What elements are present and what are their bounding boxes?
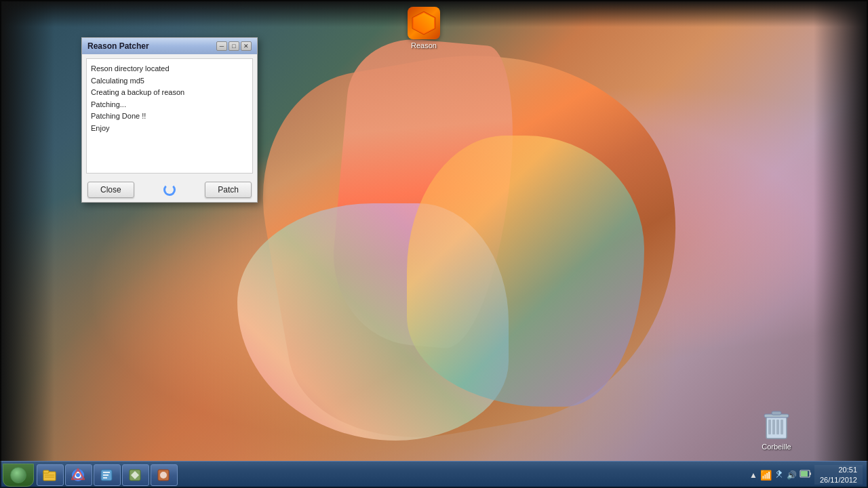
svg-rect-20 bbox=[103, 477, 107, 479]
loading-spinner bbox=[163, 184, 176, 196]
recycle-bin-label: Corbeille bbox=[762, 443, 791, 451]
log-line: Creating a backup of reason bbox=[91, 87, 248, 99]
system-clock[interactable]: 20:51 26/11/2012 bbox=[814, 465, 863, 485]
log-line: Reson directory located bbox=[91, 63, 248, 75]
start-button[interactable] bbox=[3, 464, 34, 487]
svg-rect-4 bbox=[768, 420, 771, 434]
svg-marker-1 bbox=[416, 15, 432, 31]
svg-point-24 bbox=[160, 472, 167, 479]
reason-icon-label: Reason bbox=[411, 41, 437, 49]
maximize-button[interactable]: □ bbox=[229, 41, 239, 51]
svg-marker-2 bbox=[419, 18, 429, 28]
close-window-button[interactable]: ✕ bbox=[241, 41, 252, 51]
svg-rect-19 bbox=[103, 474, 108, 476]
log-line: Patching... bbox=[91, 99, 248, 111]
minimize-button[interactable]: ─ bbox=[216, 41, 227, 51]
desktop-icon-recycle-bin[interactable]: Corbeille bbox=[753, 409, 800, 451]
dialog-footer: Close Patch bbox=[82, 178, 257, 202]
svg-rect-11 bbox=[43, 470, 49, 473]
tray-icon-network: 📶 bbox=[760, 470, 772, 481]
bin-svg bbox=[763, 410, 790, 440]
desktop-border-right bbox=[814, 0, 868, 488]
clock-date: 26/11/2012 bbox=[820, 475, 857, 485]
battery-icon bbox=[800, 469, 812, 479]
dialog-log-area: Reson directory locatedCalculating md5Cr… bbox=[86, 58, 253, 174]
chrome-icon bbox=[71, 468, 85, 482]
tray-icon-volume: 🔊 bbox=[787, 470, 797, 480]
reason-icon-image bbox=[408, 7, 440, 39]
tray-icon-battery bbox=[800, 469, 812, 481]
taskbar-app-chrome[interactable] bbox=[65, 464, 92, 486]
svg-rect-26 bbox=[810, 472, 811, 475]
taskbar-apps bbox=[37, 464, 749, 486]
tray-icon-bluetooth bbox=[774, 469, 784, 481]
tray-icon-notifications: ▲ bbox=[749, 470, 757, 480]
app3-icon bbox=[100, 468, 113, 482]
reason-patcher-dialog: Reason Patcher ─ □ ✕ Reson directory loc… bbox=[81, 37, 258, 203]
taskbar: ▲ 📶 🔊 20:51 26/11/2012 bbox=[0, 461, 868, 488]
log-line: Enjoy bbox=[91, 123, 248, 135]
file-explorer-icon bbox=[43, 468, 56, 482]
dialog-titlebar: Reason Patcher ─ □ ✕ bbox=[82, 38, 257, 54]
desktop-border-left bbox=[0, 0, 54, 488]
svg-rect-18 bbox=[103, 472, 110, 473]
svg-rect-6 bbox=[776, 420, 779, 434]
taskbar-app-4[interactable] bbox=[122, 464, 149, 486]
svg-marker-0 bbox=[412, 12, 435, 35]
log-line: Patching Done !! bbox=[91, 110, 248, 123]
bluetooth-icon bbox=[774, 469, 784, 479]
taskbar-app-5[interactable] bbox=[151, 464, 178, 486]
close-button[interactable]: Close bbox=[87, 182, 134, 198]
start-orb-icon bbox=[10, 467, 26, 483]
cursor-area bbox=[163, 184, 176, 196]
taskbar-app-file-explorer[interactable] bbox=[37, 464, 64, 486]
clock-time: 20:51 bbox=[820, 465, 857, 474]
svg-rect-27 bbox=[801, 471, 808, 476]
dialog-title: Reason Patcher bbox=[87, 41, 149, 51]
recycle-bin-icon bbox=[760, 409, 793, 441]
patch-button[interactable]: Patch bbox=[205, 182, 252, 198]
app5-icon bbox=[157, 468, 170, 482]
title-buttons: ─ □ ✕ bbox=[216, 41, 252, 51]
svg-point-16 bbox=[76, 473, 80, 477]
log-line: Calculating md5 bbox=[91, 75, 248, 87]
system-tray: ▲ 📶 🔊 20:51 26/11/2012 bbox=[749, 465, 865, 485]
app4-icon bbox=[128, 468, 142, 482]
taskbar-app-3[interactable] bbox=[94, 464, 121, 486]
reason-icon-svg bbox=[411, 10, 437, 36]
svg-rect-5 bbox=[772, 420, 775, 434]
svg-rect-7 bbox=[781, 420, 783, 434]
desktop-icon-reason[interactable]: Reason bbox=[400, 7, 448, 49]
desktop-art-color2 bbox=[407, 136, 644, 407]
svg-rect-9 bbox=[772, 411, 781, 415]
